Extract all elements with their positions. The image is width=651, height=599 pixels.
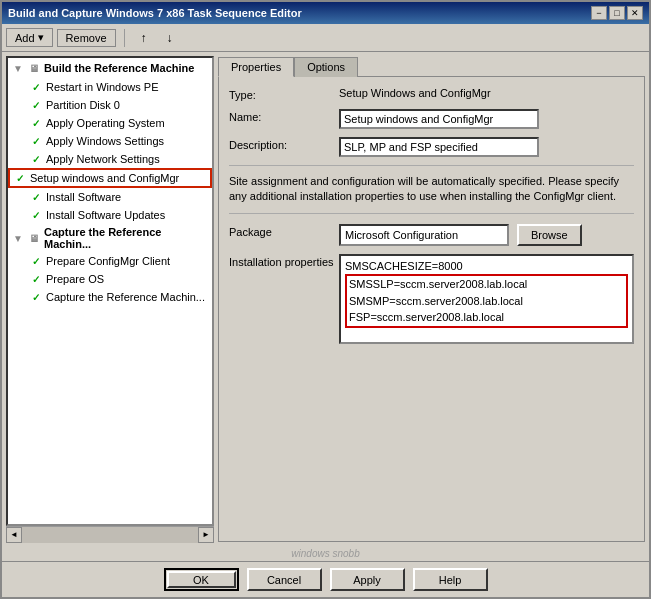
install-props-row: Installation properties SMSCACHESIZE=800… [229, 254, 634, 344]
tree-item-prepare-os[interactable]: ✓ Prepare OS [8, 270, 212, 288]
check-icon: ✓ [28, 115, 44, 131]
type-label: Type: [229, 87, 339, 101]
main-area: ▼ 🖥 Build the Reference Machine ✓ Restar… [2, 52, 649, 546]
check-icon: ✓ [28, 79, 44, 95]
tree-group-capture[interactable]: ▼ 🖥 Capture the Reference Machin... [8, 224, 212, 252]
apply-button[interactable]: Apply [330, 568, 405, 591]
tree-item-label: Apply Network Settings [46, 153, 160, 165]
tree-item-setup-configmgr[interactable]: ✓ Setup windows and ConfigMgr [8, 168, 212, 188]
tree-horizontal-scrollbar[interactable]: ◄ ► [6, 526, 214, 542]
install-props-box[interactable]: SMSCACHESIZE=8000 SMSSLP=sccm.server2008… [339, 254, 634, 344]
name-label: Name: [229, 109, 339, 123]
description-label: Description: [229, 137, 339, 151]
tree-item-label: Capture the Reference Machin... [46, 291, 205, 303]
description-input[interactable] [339, 137, 539, 157]
maximize-button[interactable]: □ [609, 6, 625, 20]
scroll-right-button[interactable]: ► [198, 527, 214, 543]
tree-item-install-software[interactable]: ✓ Install Software [8, 188, 212, 206]
tree-item-install-updates[interactable]: ✓ Install Software Updates [8, 206, 212, 224]
tree-item-label: Install Software [46, 191, 121, 203]
tree-item-windows-settings[interactable]: ✓ Apply Windows Settings [8, 132, 212, 150]
tree-item-label: Restart in Windows PE [46, 81, 158, 93]
add-button[interactable]: Add ▾ [6, 28, 53, 47]
group-capture-label: Capture the Reference Machin... [44, 226, 210, 250]
check-icon: ✓ [28, 207, 44, 223]
toolbar: Add ▾ Remove ↑ ↓ [2, 24, 649, 52]
toolbar-separator [124, 29, 125, 47]
scroll-track[interactable] [22, 527, 198, 543]
type-row: Type: Setup Windows and ConfigMgr [229, 87, 634, 101]
remove-button[interactable]: Remove [57, 29, 116, 47]
name-input[interactable] [339, 109, 539, 129]
tree-item-label: Apply Operating System [46, 117, 165, 129]
move-down-button[interactable]: ↓ [159, 27, 181, 49]
check-icon: ✓ [12, 170, 28, 186]
ok-button[interactable]: OK [164, 568, 239, 591]
bottom-bar: OK Cancel Apply Help [2, 561, 649, 597]
title-bar-buttons: − □ ✕ [591, 6, 643, 20]
tree-item-label: Setup windows and ConfigMgr [30, 172, 179, 184]
browse-button[interactable]: Browse [517, 224, 582, 246]
check-icon: ✓ [28, 97, 44, 113]
right-panel: Properties Options Type: Setup Windows a… [218, 56, 645, 542]
info-text: Site assignment and configuration will b… [229, 174, 634, 214]
tree-item-label: Install Software Updates [46, 209, 165, 221]
check-icon: ✓ [28, 289, 44, 305]
highlighted-lines: SMSSLP=sccm.server2008.lab.local SMSMP=s… [345, 274, 628, 328]
install-props-line-3: SMSMP=sccm.server2008.lab.local [349, 293, 624, 310]
tree-item-capture-machine[interactable]: ✓ Capture the Reference Machin... [8, 288, 212, 306]
package-label: Package [229, 224, 339, 238]
task-sequence-tree: ▼ 🖥 Build the Reference Machine ✓ Restar… [6, 56, 214, 526]
tab-options[interactable]: Options [294, 57, 358, 77]
title-bar: Build and Capture Windows 7 x86 Task Seq… [2, 2, 649, 24]
minimize-button[interactable]: − [591, 6, 607, 20]
install-props-line-4: FSP=sccm.server2008.lab.local [349, 309, 624, 326]
watermark-text: windows snobb [291, 548, 359, 559]
tree-group-build[interactable]: ▼ 🖥 Build the Reference Machine [8, 58, 212, 78]
main-window: Build and Capture Windows 7 x86 Task Seq… [0, 0, 651, 599]
package-row: Package Microsoft Configuration Browse [229, 224, 634, 246]
install-props-line-2: SMSSLP=sccm.server2008.lab.local [349, 276, 624, 293]
expand-icon: ▼ [10, 60, 26, 76]
check-icon: ✓ [28, 253, 44, 269]
window-title: Build and Capture Windows 7 x86 Task Seq… [8, 7, 302, 19]
check-icon: ✓ [28, 271, 44, 287]
watermark: windows snobb [2, 546, 649, 561]
computer-icon: 🖥 [26, 60, 42, 76]
tree-item-apply-os[interactable]: ✓ Apply Operating System [8, 114, 212, 132]
divider [229, 165, 634, 166]
tab-properties[interactable]: Properties [218, 57, 294, 77]
install-props-line-1: SMSCACHESIZE=8000 [345, 258, 628, 275]
tree-item-network-settings[interactable]: ✓ Apply Network Settings [8, 150, 212, 168]
name-row: Name: [229, 109, 634, 129]
properties-panel: Type: Setup Windows and ConfigMgr Name: … [218, 76, 645, 542]
move-up-button[interactable]: ↑ [133, 27, 155, 49]
scroll-left-button[interactable]: ◄ [6, 527, 22, 543]
check-icon: ✓ [28, 133, 44, 149]
group-build-label: Build the Reference Machine [44, 62, 194, 74]
tree-item-label: Prepare ConfigMgr Client [46, 255, 170, 267]
expand-icon: ▼ [10, 230, 26, 246]
tree-item-restart[interactable]: ✓ Restart in Windows PE [8, 78, 212, 96]
check-icon: ✓ [28, 189, 44, 205]
computer-icon: 🖥 [26, 230, 42, 246]
cancel-button[interactable]: Cancel [247, 568, 322, 591]
tree-item-prepare-client[interactable]: ✓ Prepare ConfigMgr Client [8, 252, 212, 270]
tree-item-label: Prepare OS [46, 273, 104, 285]
description-row: Description: [229, 137, 634, 157]
tabs: Properties Options [218, 56, 645, 76]
check-icon: ✓ [28, 151, 44, 167]
package-field: Microsoft Configuration [339, 224, 509, 246]
close-button[interactable]: ✕ [627, 6, 643, 20]
install-props-label: Installation properties [229, 254, 339, 268]
tree-item-label: Partition Disk 0 [46, 99, 120, 111]
help-button[interactable]: Help [413, 568, 488, 591]
tree-item-partition[interactable]: ✓ Partition Disk 0 [8, 96, 212, 114]
type-value: Setup Windows and ConfigMgr [339, 87, 634, 99]
tree-item-label: Apply Windows Settings [46, 135, 164, 147]
